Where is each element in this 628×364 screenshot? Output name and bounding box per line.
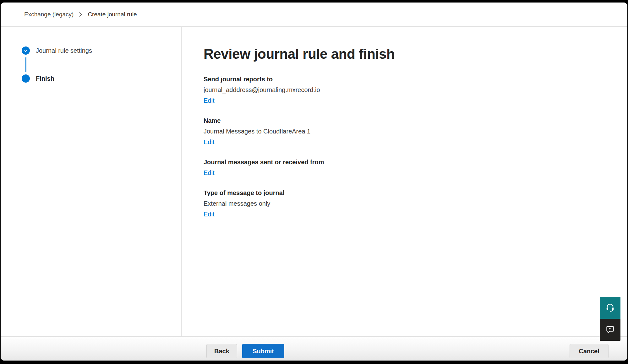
edit-message-type-link[interactable]: Edit bbox=[204, 209, 214, 220]
review-section-message-type: Type of message to journal External mess… bbox=[204, 187, 615, 220]
edit-name-link[interactable]: Edit bbox=[204, 137, 214, 147]
edit-send-to-link[interactable]: Edit bbox=[204, 95, 214, 106]
wizard-stepper: Journal rule settings Finish bbox=[1, 27, 182, 336]
back-button[interactable]: Back bbox=[206, 344, 237, 358]
breadcrumb-link-exchange-legacy[interactable]: Exchange (legacy) bbox=[24, 11, 74, 18]
review-section-scope: Journal messages sent or received from E… bbox=[204, 157, 615, 178]
stepper-step-journal-rule-settings[interactable]: Journal rule settings bbox=[36, 46, 92, 55]
review-content: Review journal rule and finish Send jour… bbox=[182, 27, 627, 336]
section-label: Name bbox=[204, 115, 615, 126]
breadcrumb-current: Create journal rule bbox=[88, 11, 137, 18]
chevron-right-icon bbox=[79, 11, 83, 18]
review-section-send-to: Send journal reports to journal_adddress… bbox=[204, 74, 615, 106]
chat-icon bbox=[605, 325, 615, 335]
step-current-icon bbox=[22, 74, 30, 83]
page-title: Review journal rule and finish bbox=[204, 46, 615, 62]
section-label: Journal messages sent or received from bbox=[204, 157, 615, 167]
headset-icon bbox=[605, 303, 615, 313]
app-window: Exchange (legacy) Create journal rule Jo… bbox=[1, 3, 627, 361]
feedback-button[interactable] bbox=[600, 319, 620, 341]
section-value: Journal Messages to CloudflareArea 1 bbox=[204, 126, 615, 137]
wizard-body: Journal rule settings Finish Review jour… bbox=[1, 27, 627, 336]
breadcrumb: Exchange (legacy) Create journal rule bbox=[1, 3, 627, 27]
support-button[interactable] bbox=[600, 297, 620, 319]
section-label: Type of message to journal bbox=[204, 187, 615, 198]
stepper-connector bbox=[25, 57, 26, 72]
section-value: journal_adddress@journaling.mxrecord.io bbox=[204, 84, 615, 95]
step-completed-icon bbox=[22, 46, 30, 55]
stepper-step-finish[interactable]: Finish bbox=[36, 74, 54, 83]
action-bar: Back Submit Cancel bbox=[1, 336, 627, 361]
submit-button[interactable]: Submit bbox=[242, 344, 284, 358]
edit-scope-link[interactable]: Edit bbox=[204, 167, 214, 178]
check-icon bbox=[23, 48, 28, 53]
review-section-name: Name Journal Messages to CloudflareArea … bbox=[204, 115, 615, 147]
section-value: External messages only bbox=[204, 198, 615, 209]
section-label: Send journal reports to bbox=[204, 74, 615, 84]
cancel-button[interactable]: Cancel bbox=[570, 344, 609, 358]
